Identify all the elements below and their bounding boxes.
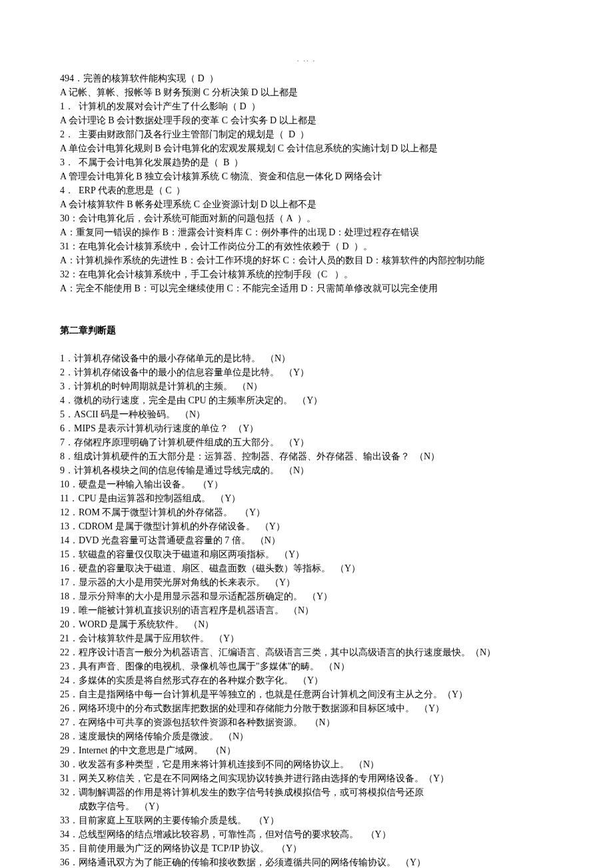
q31-options: A：计算机操作系统的先进性 B：会计工作环境的好坏 C：会计人员的数目 D：核算… bbox=[60, 253, 553, 267]
j19: 19．唯一能被计算机直接识别的语言程序是机器语言。 （N） bbox=[60, 603, 553, 617]
q4-options: A 会计核算软件 B 帐务处理系统 C 企业资源计划 D 以上都不是 bbox=[60, 197, 553, 211]
j2: 2．计算机存储设备中的最小的信息容量单位是比特。 （Y） bbox=[60, 365, 553, 379]
j5: 5．ASCII 码是一种校验码。 （N） bbox=[60, 407, 553, 421]
q30: 30：会计电算化后，会计系统可能面对新的问题包括（ A ）。 bbox=[60, 211, 553, 225]
j12: 12．ROM 不属于微型计算机的外存储器。 （Y） bbox=[60, 505, 553, 519]
j35: 35．目前使用最为广泛的网络协议是 TCP/IP 协议。 （Y） bbox=[60, 841, 553, 855]
q32: 32：在电算化会计核算系统中，手工会计核算系统的控制手段（C ）。 bbox=[60, 267, 553, 281]
q30-options: A：重复同一错误的操作 B：泄露会计资料库 C：例外事件的出现 D：处理过程存在… bbox=[60, 225, 553, 239]
j28: 28．速度最快的网络传输介质是微波。 （N） bbox=[60, 729, 553, 743]
q3: 3． 不属于会计电算化发展趋势的是（ B ） bbox=[60, 155, 553, 169]
q1: 1． 计算机的发展对会计产生了什么影响（ D ） bbox=[60, 99, 553, 113]
q494: 494．完善的核算软件能构实现（ D ） bbox=[60, 71, 553, 85]
q31: 31：在电算化会计核算系统中，会计工作岗位分工的有效性依赖于（ D ）。 bbox=[60, 239, 553, 253]
j15: 15．软磁盘的容量仅仅取决于磁道和扇区两项指标。 （Y） bbox=[60, 547, 553, 561]
j7: 7．存储程序原理明确了计算机硬件组成的五大部分。 （Y） bbox=[60, 435, 553, 449]
j8: 8．组成计算机硬件的五大部分是：运算器、控制器、存储器、外存储器、输出设备？ （… bbox=[60, 449, 553, 463]
j13: 13．CDROM 是属于微型计算机的外存储设备。 （Y） bbox=[60, 519, 553, 533]
j20: 20．WORD 是属于系统软件。 （N） bbox=[60, 617, 553, 631]
section2-title: 第二章判断题 bbox=[60, 323, 553, 337]
j34: 34．总线型网络的结点增减比较容易，可靠性高，但对信号的要求较高。 （Y） bbox=[60, 827, 553, 841]
j24: 24．多媒体的实质是将自然形式存在的各种媒介数字化。 （Y） bbox=[60, 673, 553, 687]
j32a: 32．调制解调器的作用是将计算机发生的数字信号转换成模拟信号，或可将模拟信号还原 bbox=[60, 785, 553, 799]
j3: 3．计算机的时钟周期就是计算机的主频。 （N） bbox=[60, 379, 553, 393]
j21: 21．会计核算软件是属于应用软件。 （Y） bbox=[60, 631, 553, 645]
j11: 11．CPU 是由运算器和控制器组成。 （Y） bbox=[60, 491, 553, 505]
j6: 6．MIPS 是表示计算机动行速度的单位？ （Y） bbox=[60, 421, 553, 435]
q2-options: A 单位会计电算化规则 B 会计电算化的宏观发展规划 C 会计信息系统的实施计划… bbox=[60, 141, 553, 155]
j22: 22．程序设计语言一般分为机器语言、汇编语言、高级语言三类，其中以高级语言的执行… bbox=[60, 645, 553, 659]
j14: 14．DVD 光盘容量可达普通硬盘容量的 7 倍。 （N） bbox=[60, 533, 553, 547]
j26: 26．网络环境中的分布式数据库把数据的处理和存储能力分散于数据源和目标区域中。 … bbox=[60, 701, 553, 715]
spacer bbox=[60, 295, 553, 323]
header-dots: . .. . bbox=[60, 53, 553, 65]
q32-options: A：完全不能使用 B：可以完全继续使用 C：不能完全适用 D：只需简单修改就可以… bbox=[60, 281, 553, 295]
j33: 33．目前家庭上互联网的主要传输介质是线。 （Y） bbox=[60, 813, 553, 827]
j18: 18．显示分辩率的大小是用显示器和显示适配器所确定的。 （Y） bbox=[60, 589, 553, 603]
j25: 25．自主是指网络中每一台计算机是平等独立的，也就是任意两台计算机之间没有主从之… bbox=[60, 687, 553, 701]
j31: 31．网关又称信关，它是在不同网络之间实现协议转换并进行路由选择的专用网络设备。… bbox=[60, 771, 553, 785]
spacer bbox=[60, 337, 553, 351]
j23: 23．具有声音、图像的电视机、录像机等也属于"多媒体"的畴。 （N） bbox=[60, 659, 553, 673]
j16: 16．硬盘的容量取决于磁道、扇区、磁盘面数（磁头数）等指标。 （Y） bbox=[60, 561, 553, 575]
j17: 17．显示器的大小是用荧光屏对角线的长来表示。 （Y） bbox=[60, 575, 553, 589]
j27: 27．在网络中可共享的资源包括软件资源和各种数据资源。 （N） bbox=[60, 715, 553, 729]
q3-options: A 管理会计电算化 B 独立会计核算系统 C 物流、资金和信息一体化 D 网络会… bbox=[60, 169, 553, 183]
j36: 36．网络通讯双方为了能正确的传输和接收数据，必须遵循共同的网络传输协议。 （Y… bbox=[60, 855, 553, 869]
q1-options: A 会计理论 B 会计数据处理手段的变革 C 会计实务 D 以上都是 bbox=[60, 113, 553, 127]
j4: 4．微机的动行速度，完全是由 CPU 的主频率所决定的。 （Y） bbox=[60, 393, 553, 407]
q2: 2． 主要由财政部门及各行业主管部门制定的规划是（ D ） bbox=[60, 127, 553, 141]
j30: 30．收发器有多种类型，它是用来将计算机连接到不同的网络协议上。 （N） bbox=[60, 757, 553, 771]
j9: 9．计算机各模块之间的信息传输是通过导线完成的。 （N） bbox=[60, 463, 553, 477]
q4: 4． ERP 代表的意思是（ C ） bbox=[60, 183, 553, 197]
j29: 29．Internet 的中文意思是广域网。 （N） bbox=[60, 743, 553, 757]
j32b: 成数字信号。 （Y） bbox=[60, 799, 553, 813]
j10: 10．硬盘是一种输入输出设备。 （Y） bbox=[60, 477, 553, 491]
q494-options: A 记帐、算帐、报帐等 B 财务预测 C 分析决策 D 以上都是 bbox=[60, 85, 553, 99]
j1: 1．计算机存储设备中的最小存储单元的是比特。 （N） bbox=[60, 351, 553, 365]
